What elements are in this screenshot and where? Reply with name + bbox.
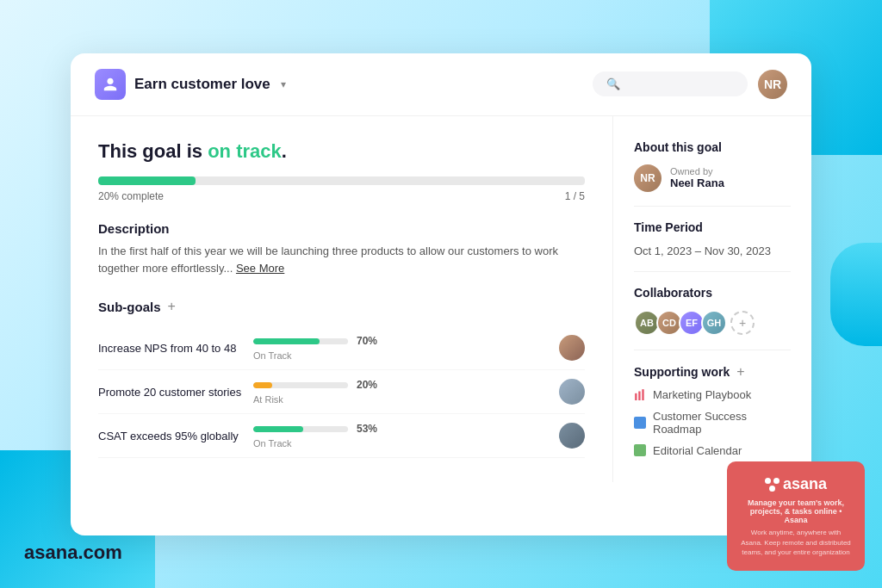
description-body: In the first half of this year we will b… (98, 243, 585, 279)
supporting-work-title: Supporting work (634, 365, 730, 379)
mini-percent: 53% (357, 423, 377, 435)
add-supporting-work-button[interactable]: + (736, 364, 744, 380)
body-layout: This goal is on track. 20% complete 1 / … (71, 116, 811, 483)
description-text-content: In the first half of this year we will b… (98, 244, 558, 275)
brand-description: Work anytime, anywhere with Asana. Keep … (741, 528, 851, 557)
subgoal-status: On Track (253, 438, 545, 449)
subgoals-header: Sub-goals + (98, 299, 585, 314)
search-bar[interactable]: 🔍 (593, 71, 748, 96)
subgoal-progress-area: 20% At Risk (253, 379, 545, 405)
subgoal-status: On Track (253, 350, 545, 361)
supporting-item: Customer Success Roadmap (634, 410, 791, 436)
supporting-item-name[interactable]: Marketing Playbook (653, 388, 751, 401)
subgoals-title: Sub-goals (98, 300, 161, 314)
brand-dot (769, 486, 775, 492)
chevron-down-icon[interactable]: ▾ (281, 78, 286, 90)
status-prefix: This goal is (98, 140, 208, 162)
svg-rect-1 (638, 392, 640, 401)
subgoal-name: CSAT exceeds 95% globally (98, 430, 253, 443)
about-goal-title: About this goal (634, 140, 791, 154)
mini-progress-row: 53% (253, 423, 545, 435)
project-icon (634, 417, 646, 429)
subgoal-name: Increase NPS from 40 to 48 (98, 342, 253, 355)
owner-info: Owned by Neel Rana (670, 166, 724, 189)
status-suffix: . (282, 140, 287, 162)
sidebar: About this goal NR Owned by Neel Rana Ti… (613, 116, 811, 483)
svg-rect-0 (635, 393, 637, 400)
status-highlight: on track (208, 140, 282, 162)
goal-status-heading: This goal is on track. (98, 140, 585, 163)
subgoal-avatar (559, 423, 585, 449)
time-period-text: Oct 1, 2023 – Nov 30, 2023 (634, 244, 791, 257)
brand-logo: asana (741, 475, 851, 493)
add-subgoal-button[interactable]: + (168, 299, 176, 314)
brand-name: asana (783, 475, 827, 493)
mini-percent: 70% (357, 335, 377, 347)
supporting-item-name[interactable]: Editorial Calendar (653, 444, 742, 457)
goal-icon (95, 69, 126, 100)
bottom-brand-text: asana.com (24, 542, 122, 564)
mini-bar-fill (253, 338, 320, 344)
description-title: Description (98, 221, 585, 236)
svg-rect-2 (642, 389, 643, 400)
progress-container: 20% complete 1 / 5 (98, 176, 585, 202)
collaborators-title: Collaborators (634, 286, 791, 300)
subgoal-avatar (559, 335, 585, 361)
subgoal-status: At Risk (253, 394, 545, 405)
bg-decoration-right-mid (830, 243, 882, 346)
subgoal-progress-area: 70% On Track (253, 335, 545, 361)
brand-dot-row (769, 486, 775, 492)
owned-by-label: Owned by (670, 166, 724, 176)
subgoal-progress-area: 53% On Track (253, 423, 545, 449)
progress-labels: 20% complete 1 / 5 (98, 190, 585, 202)
header: Earn customer love ▾ 🔍 NR (71, 53, 811, 116)
brand-tagline: Manage your team's work, projects, & tas… (741, 498, 851, 524)
owner-name: Neel Rana (670, 176, 724, 189)
brand-dot (773, 478, 780, 484)
mini-bar-fill (253, 426, 303, 432)
mini-progress-row: 20% (253, 379, 545, 391)
header-right: 🔍 NR (593, 70, 787, 99)
bar-chart-icon (634, 388, 646, 400)
subgoal-row: Increase NPS from 40 to 48 70% On Track (98, 326, 585, 370)
mini-bar-bg (253, 426, 348, 432)
sidebar-divider (634, 206, 791, 207)
subgoal-avatar (559, 379, 585, 405)
add-collaborator-button[interactable]: + (730, 311, 755, 335)
header-left: Earn customer love ▾ (95, 69, 286, 100)
brand-dots (765, 478, 780, 492)
mini-progress-row: 70% (253, 335, 545, 347)
supporting-item: Editorial Calendar (634, 444, 791, 457)
mini-bar-fill (253, 382, 272, 388)
brand-dot-row (765, 478, 780, 484)
owner-row: NR Owned by Neel Rana (634, 164, 791, 192)
owner-avatar: NR (634, 164, 662, 192)
see-more-link[interactable]: See More (236, 262, 284, 275)
subgoal-row: Promote 20 customer stories 20% At Risk (98, 370, 585, 414)
progress-bar-bg (98, 176, 585, 185)
progress-fraction: 1 / 5 (565, 190, 585, 202)
search-input[interactable] (627, 77, 734, 90)
supporting-item-name[interactable]: Customer Success Roadmap (653, 410, 791, 436)
supporting-header: Supporting work + (634, 364, 791, 380)
goal-title: Earn customer love (134, 76, 270, 93)
mini-percent: 20% (357, 379, 377, 391)
progress-bar-fill (98, 176, 196, 185)
collaborator-avatar[interactable]: GH (701, 310, 727, 336)
main-content: This goal is on track. 20% complete 1 / … (71, 116, 613, 483)
subgoal-row: CSAT exceeds 95% globally 53% On Track (98, 414, 585, 458)
search-icon: 🔍 (606, 77, 620, 90)
brand-dot (765, 478, 771, 484)
mini-bar-bg (253, 382, 348, 388)
mini-bar-bg (253, 338, 348, 344)
sidebar-divider (634, 271, 791, 272)
progress-label: 20% complete (98, 190, 164, 202)
supporting-item: Marketing Playbook (634, 388, 791, 401)
sidebar-divider (634, 350, 791, 350)
time-period-title: Time Period (634, 220, 791, 234)
brand-card: asana Manage your team's work, projects,… (727, 461, 865, 571)
collaborators-row: AB CD EF GH + (634, 310, 791, 336)
subgoal-name: Promote 20 customer stories (98, 386, 253, 399)
main-card: Earn customer love ▾ 🔍 NR This goal is o… (71, 53, 811, 535)
user-avatar[interactable]: NR (758, 70, 787, 99)
